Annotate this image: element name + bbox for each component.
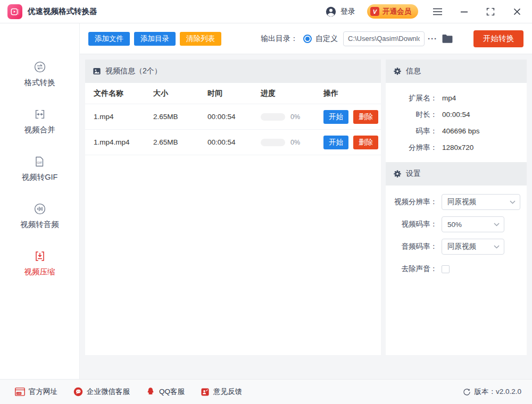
gear-icon xyxy=(393,67,402,75)
file-name: 1.mp4 xyxy=(94,113,153,121)
video-merge-icon xyxy=(34,108,46,121)
sidebar-item-label: 视频合并 xyxy=(24,125,55,135)
video-compress-icon xyxy=(34,250,46,263)
feedback-link[interactable]: 意见反馈 xyxy=(201,387,242,397)
row-start-button[interactable]: 开始 xyxy=(323,136,348,149)
sidebar-item-video-compress[interactable]: 视频压缩 xyxy=(24,250,55,277)
user-avatar-icon xyxy=(325,6,337,18)
minimize-button[interactable] xyxy=(456,4,471,19)
chevron-down-icon xyxy=(494,223,500,226)
chevron-down-icon xyxy=(510,200,516,204)
select-value: 同原视频 xyxy=(447,242,476,251)
website-icon: .com xyxy=(15,388,25,396)
maximize-button[interactable] xyxy=(483,4,498,19)
login-label: 登录 xyxy=(340,7,355,16)
progress-cell: 0% xyxy=(261,113,323,121)
file-size: 2.65MB xyxy=(153,113,207,121)
sidebar-item-format-convert[interactable]: 格式转换 xyxy=(24,61,55,88)
folder-icon xyxy=(442,34,453,44)
setting-row: 音频码率： 同原视频 xyxy=(386,239,527,255)
info-value: 1280x720 xyxy=(442,144,473,152)
info-label: 时长： xyxy=(386,110,437,120)
app-logo-icon xyxy=(7,4,22,19)
file-time: 00:00:54 xyxy=(207,113,261,121)
progress-bar xyxy=(261,139,285,146)
add-directory-button[interactable]: 添加目录 xyxy=(134,32,176,46)
progress-label: 0% xyxy=(290,113,300,121)
col-time: 时间 xyxy=(207,89,261,98)
row-start-button[interactable]: 开始 xyxy=(323,110,348,124)
svg-text:.com: .com xyxy=(17,392,21,394)
feedback-icon xyxy=(201,388,210,397)
settings-panel-header: 设置 xyxy=(386,162,527,186)
setting-label: 视频分辨率： xyxy=(386,197,437,207)
progress-bar xyxy=(261,113,285,121)
sidebar-item-video-to-audio[interactable]: 视频转音频 xyxy=(20,203,59,230)
row-delete-button[interactable]: 删除 xyxy=(353,136,378,149)
video-to-audio-icon xyxy=(34,203,46,215)
table-row: 1.mp4.mp4 2.65MB 00:00:54 0% 开始 删除 xyxy=(85,130,381,155)
col-size: 大小 xyxy=(153,89,207,98)
open-folder-button[interactable] xyxy=(442,34,453,44)
clear-list-button[interactable]: 清除列表 xyxy=(180,32,221,46)
file-panel-header: 视频信息（2个） xyxy=(85,60,381,83)
output-directory-group: 输出目录： 自定义 ··· xyxy=(261,31,453,46)
toolbar: 添加文件 添加目录 清除列表 输出目录： 自定义 ··· 开始转换 xyxy=(80,23,532,54)
custom-radio[interactable] xyxy=(303,35,312,43)
hamburger-icon xyxy=(433,8,443,15)
info-fields: 扩展名： mp4 时长： 00:00:54 码率： 406696 bps 分辨率… xyxy=(386,83,527,162)
update-refresh-icon[interactable] xyxy=(463,388,471,396)
sidebar-item-label: 视频压缩 xyxy=(24,267,55,277)
footer-link-label: 企业微信客服 xyxy=(87,387,130,397)
audio-bitrate-select[interactable]: 同原视频 xyxy=(442,239,504,255)
wechat-icon xyxy=(73,387,83,397)
minimize-icon xyxy=(460,8,468,15)
footer-link-label: QQ客服 xyxy=(159,387,185,397)
footer-link-label: 官方网址 xyxy=(29,387,57,397)
version-label: 版本：v2.0.2.0 xyxy=(474,387,521,397)
setting-row: 去除声音： xyxy=(386,261,527,277)
info-row: 时长： 00:00:54 xyxy=(386,106,527,123)
close-icon xyxy=(513,8,521,15)
progress-label: 0% xyxy=(290,139,300,146)
col-progress: 进度 xyxy=(261,89,323,98)
sidebar-item-label: 视频转GIF xyxy=(22,172,58,182)
video-bitrate-select[interactable]: 50% xyxy=(442,216,504,232)
setting-label: 去除声音： xyxy=(386,264,437,274)
file-list-panel: 视频信息（2个） 文件名称 大小 时间 进度 操作 1.mp4 2.65MB 0… xyxy=(85,60,381,355)
version-group: 版本：v2.0.2.0 xyxy=(463,387,521,397)
sidebar: 格式转换 视频合并 GIF 视频转GIF 视频转音频 视频压缩 xyxy=(0,23,80,379)
setting-row: 视频码率： 50% xyxy=(386,216,527,232)
video-info-icon xyxy=(93,67,101,75)
official-website-link[interactable]: .com 官方网址 xyxy=(15,387,57,397)
file-size: 2.65MB xyxy=(153,138,207,146)
qq-support-link[interactable]: QQ客服 xyxy=(146,387,185,397)
video-resolution-select[interactable]: 同原视频 xyxy=(442,194,520,210)
row-delete-button[interactable]: 删除 xyxy=(353,110,378,124)
workarea: 视频信息（2个） 文件名称 大小 时间 进度 操作 1.mp4 2.65MB 0… xyxy=(80,54,532,379)
remove-audio-checkbox[interactable] xyxy=(442,265,450,273)
output-path-input[interactable] xyxy=(343,31,425,46)
close-button[interactable] xyxy=(510,4,525,19)
info-row: 码率： 406696 bps xyxy=(386,123,527,139)
select-value: 50% xyxy=(447,221,462,229)
operations-cell: 开始 删除 xyxy=(323,136,381,149)
col-operation: 操作 xyxy=(323,89,381,98)
info-value: 406696 bps xyxy=(442,127,480,135)
custom-radio-label: 自定义 xyxy=(315,34,338,44)
titlebar: 优速视频格式转换器 登录 V 开通会员 xyxy=(0,0,532,23)
login-button[interactable]: 登录 xyxy=(325,6,355,18)
wechat-support-link[interactable]: 企业微信客服 xyxy=(73,387,130,397)
menu-button[interactable] xyxy=(430,4,445,19)
sidebar-item-video-merge[interactable]: 视频合并 xyxy=(24,108,55,135)
add-file-button[interactable]: 添加文件 xyxy=(88,32,130,46)
start-convert-button[interactable]: 开始转换 xyxy=(473,30,523,47)
browse-more-button[interactable]: ··· xyxy=(428,34,437,43)
sidebar-item-video-to-gif[interactable]: GIF 视频转GIF xyxy=(22,155,58,182)
setting-label: 音频码率： xyxy=(386,242,437,251)
info-row: 分辨率： 1280x720 xyxy=(386,139,527,156)
info-value: 00:00:54 xyxy=(442,111,470,119)
svg-text:GIF: GIF xyxy=(37,161,43,164)
open-vip-button[interactable]: V 开通会员 xyxy=(367,4,418,19)
col-filename: 文件名称 xyxy=(94,89,153,98)
